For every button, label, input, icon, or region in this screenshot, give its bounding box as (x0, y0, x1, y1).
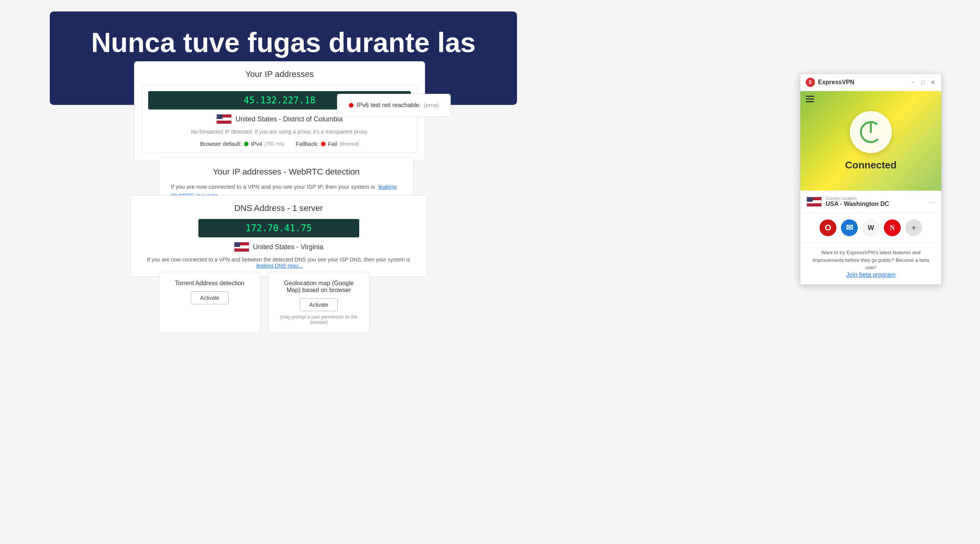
fallback-label: Fallback: (296, 140, 319, 147)
vpn-gradient-area: Connected (800, 91, 941, 191)
hamburger-line-3 (806, 101, 814, 102)
window-controls: − □ ✕ (910, 79, 936, 85)
join-beta-link[interactable]: Join beta program (846, 271, 896, 278)
dns-note-text: If you are now connected to a VPN and be… (147, 256, 410, 263)
dns-ip-address: 172.70.41.75 (198, 219, 359, 237)
geo-activate-button[interactable]: Activate (300, 298, 338, 311)
torrent-tool-card: Torrent Address detection Activate (159, 272, 260, 333)
power-button[interactable] (850, 111, 892, 153)
browser-default-label: Browser default: (200, 140, 241, 147)
dns-title: DNS Address - 1 server (140, 203, 417, 213)
us-flag-icon (216, 114, 232, 124)
wikipedia-shortcut-icon[interactable]: W (862, 219, 879, 236)
location-info-left: Current Location USA - Washington DC (807, 196, 889, 207)
close-button[interactable]: ✕ (930, 79, 936, 85)
dns-section: DNS Address - 1 server 172.70.41.75 Unit… (130, 195, 427, 277)
panel-titlebar: E ExpressVPN − □ ✕ (800, 74, 941, 91)
hamburger-line-1 (806, 96, 814, 97)
torrent-activate-button[interactable]: Activate (191, 291, 229, 304)
more-options-button[interactable]: ··· (929, 198, 935, 206)
hamburger-line-2 (806, 98, 814, 100)
fallback-item: Fallback: Fail (timeout) (296, 140, 359, 147)
geo-tool-card: Geolocation map (Google Map) based on br… (268, 272, 370, 333)
dns-note: If you are now connected to a VPN and be… (140, 256, 417, 269)
expressvpn-panel: E ExpressVPN − □ ✕ (800, 74, 942, 285)
minimize-button[interactable]: − (910, 79, 916, 85)
fail-detail: (timeout) (339, 141, 359, 147)
beta-description: Want to try ExpressVPN's latest features… (808, 249, 934, 271)
ipv6-label: IPv6 test not reachable. (357, 102, 421, 109)
connected-status-text: Connected (845, 159, 897, 171)
app-name-row: E ExpressVPN (806, 78, 854, 87)
ipv6-text: IPv6 test not reachable. (error) (349, 102, 439, 109)
red-dot-icon (321, 142, 326, 146)
hamburger-menu-button[interactable] (806, 96, 814, 102)
dns-country-row: United States - Virginia (140, 242, 417, 252)
ipv6-detail: (error) (424, 102, 439, 108)
ipv6-section: IPv6 test not reachable. (error) (337, 94, 451, 117)
ipv6-red-dot-icon (349, 103, 353, 108)
dns-leak-link[interactable]: leaking DNS requ... (256, 263, 303, 269)
ipv4-label: IPv4 (251, 140, 262, 147)
email-shortcut-icon[interactable]: ✉ (841, 219, 858, 236)
ipv4-speed: (791 ms) (265, 141, 284, 147)
app-name-label: ExpressVPN (818, 79, 854, 86)
green-dot-icon (244, 142, 249, 146)
current-location-label: Current Location (826, 196, 889, 201)
browser-default-item: Browser default: IPv4 (791 ms) (200, 140, 284, 147)
maximize-button[interactable]: □ (920, 79, 926, 85)
netflix-shortcut-icon[interactable]: N (884, 219, 901, 236)
tools-row: Torrent Address detection Activate Geolo… (159, 272, 370, 333)
torrent-tool-title: Torrent Address detection (171, 280, 249, 287)
forwarded-ip-text: No forwarded IP detected. If you are usi… (148, 129, 411, 135)
app-shortcuts-row: O ✉ W N + (800, 213, 941, 243)
browser-fallback-row: Browser default: IPv4 (791 ms) Fallback:… (148, 140, 411, 147)
opera-shortcut-icon[interactable]: O (820, 219, 836, 236)
fail-label: Fail (328, 140, 337, 147)
add-shortcut-icon[interactable]: + (905, 219, 922, 236)
country-name: United States - District of Columbia (236, 115, 343, 123)
beta-section: Want to try ExpressVPN's latest features… (800, 243, 941, 284)
power-icon (859, 121, 882, 144)
geo-tool-title: Geolocation map (Google Map) based on br… (280, 280, 358, 294)
location-row: Current Location USA - Washington DC ··· (800, 191, 941, 213)
expressvpn-logo-icon: E (806, 78, 815, 87)
location-name: USA - Washington DC (826, 201, 889, 207)
webrtc-title: Your IP addresses - WebRTC detection (171, 167, 402, 177)
location-info: Current Location USA - Washington DC (826, 196, 889, 207)
location-flag-icon (807, 197, 822, 207)
ip-section-title: Your IP addresses (142, 69, 417, 79)
dns-us-flag-icon (234, 242, 249, 252)
dns-country-name: United States - Virginia (253, 243, 324, 251)
webrtc-desc-text: If you are now connected to a VPN and yo… (171, 183, 375, 190)
geo-tool-note: (may prompt a user permission on the bro… (280, 314, 358, 325)
